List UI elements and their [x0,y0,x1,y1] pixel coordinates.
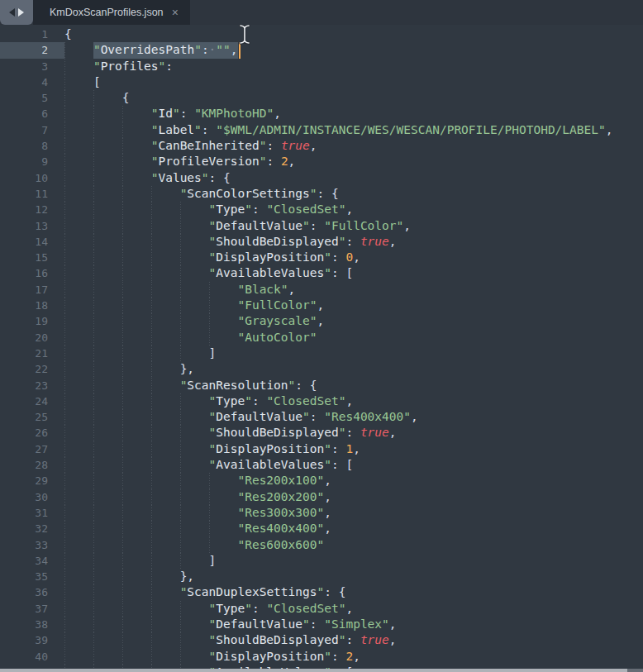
indent-guide [64,649,93,665]
line-number[interactable]: 39 [0,632,64,648]
code-line[interactable]: "Profiles": [64,59,643,74]
line-number[interactable]: 9 [0,154,64,169]
code-line[interactable]: ] [64,346,643,361]
line-number[interactable]: 2 [0,42,64,58]
code-line[interactable]: ] [64,553,643,569]
indent-guide [64,632,93,648]
line-number[interactable]: 30 [0,489,64,505]
nav-forward-icon[interactable] [18,8,24,17]
code-line[interactable]: "Label": "$WML/ADMIN/INSTANCE/WES/WESCAN… [64,122,643,138]
code-line[interactable]: }, [64,569,643,584]
code-line[interactable]: "OverridesPath":·"", [64,42,643,58]
code-row: 39 "ShouldBeDisplayed": true, [0,632,643,648]
line-number[interactable]: 4 [0,74,64,90]
line-number[interactable]: 32 [0,521,64,536]
line-number[interactable]: 21 [0,346,64,361]
line-number[interactable]: 3 [0,59,64,74]
tab-close-icon[interactable]: × [170,5,180,20]
line-number[interactable]: 25 [0,409,64,425]
code-line[interactable]: "DefaultValue": "Simplex", [64,617,643,632]
code-line[interactable]: "DisplayPosition": 2, [64,649,643,665]
line-number[interactable]: 37 [0,601,64,617]
code-line[interactable]: "AutoColor" [64,330,643,346]
indent-guide [93,90,122,106]
horizontal-scrollbar-thumb[interactable] [0,669,627,672]
line-number[interactable]: 11 [0,186,64,202]
indent-guide [151,265,180,281]
line-number[interactable]: 22 [0,361,64,377]
line-number[interactable]: 8 [0,138,64,154]
code-line[interactable]: "Res600x600" [64,537,643,553]
line-number[interactable]: 17 [0,282,64,298]
line-number[interactable]: 34 [0,553,64,569]
line-number[interactable]: 38 [0,617,64,632]
code-line[interactable]: "ScanColorSettings": { [64,186,643,202]
code-line[interactable]: "Type": "ClosedSet", [64,601,643,617]
code-line[interactable]: "ScanDuplexSettings": { [64,584,643,600]
code-line[interactable]: "DisplayPosition": 0, [64,250,643,265]
code-line[interactable]: "Values": { [64,170,643,186]
code-line[interactable]: "DisplayPosition": 1, [64,441,643,457]
indent-guide [209,282,238,298]
line-number[interactable]: 5 [0,90,64,106]
code-line[interactable]: "Black", [64,282,643,298]
code-line[interactable]: "ProfileVersion": 2, [64,154,643,169]
line-number[interactable]: 23 [0,378,64,393]
line-number[interactable]: 10 [0,170,64,186]
code-line[interactable]: "Res200x100", [64,473,643,489]
tab-kmdoxscanprofiles[interactable]: KmDoxScanProfiles.json × [33,0,190,25]
code-line[interactable]: "AvailableValues": [ [64,457,643,473]
nav-back-icon[interactable] [9,8,15,17]
line-number[interactable]: 24 [0,393,64,409]
code-line[interactable]: "Res200x200", [64,489,643,505]
string-value: "Res400x400" [237,522,324,535]
punctuation: : [252,203,260,216]
line-number[interactable]: 16 [0,265,64,281]
indent-guide [122,441,151,457]
code-line[interactable]: { [64,26,643,42]
indent-guide [93,265,122,281]
line-number[interactable]: 15 [0,250,64,265]
code-line[interactable]: "DefaultValue": "Res400x400", [64,409,643,425]
code-line[interactable]: }, [64,361,643,377]
code-line[interactable]: [ [64,74,643,90]
code-line[interactable]: { [64,90,643,106]
code-line[interactable]: "Res300x300", [64,505,643,521]
code-line[interactable]: "Grayscale", [64,313,643,329]
code-line[interactable]: "AvailableValues": [ [64,265,643,281]
boolean-value: true [360,633,389,646]
code-editor[interactable]: 1{2 "OverridesPath":·"",3 "Profiles":4 [… [0,25,643,669]
indent-guide [64,218,93,234]
code-line[interactable]: "ShouldBeDisplayed": true, [64,632,643,648]
line-number[interactable]: 31 [0,505,64,521]
line-number[interactable]: 29 [0,473,64,489]
line-number[interactable]: 13 [0,218,64,234]
line-number[interactable]: 36 [0,584,64,600]
code-line[interactable]: "Type": "ClosedSet", [64,202,643,217]
code-line[interactable]: "Type": "ClosedSet", [64,393,643,409]
line-number[interactable]: 26 [0,425,64,441]
punctuation: , [353,650,360,663]
line-number[interactable]: 27 [0,441,64,457]
line-number[interactable]: 1 [0,26,64,42]
code-line[interactable]: "Res400x400", [64,521,643,536]
line-number[interactable]: 28 [0,457,64,473]
line-number[interactable]: 33 [0,537,64,553]
code-line[interactable]: "FullColor", [64,298,643,313]
indent-guide [180,632,209,648]
line-number[interactable]: 35 [0,569,64,584]
code-line[interactable]: "ShouldBeDisplayed": true, [64,425,643,441]
line-number[interactable]: 18 [0,298,64,313]
line-number[interactable]: 19 [0,313,64,329]
code-line[interactable]: "Id": "KMPhotoHD", [64,106,643,122]
code-line[interactable]: "ScanResolution": { [64,378,643,393]
code-line[interactable]: "DefaultValue": "FullColor", [64,218,643,234]
line-number[interactable]: 6 [0,106,64,122]
line-number[interactable]: 7 [0,122,64,138]
code-line[interactable]: "CanBeInherited": true, [64,138,643,154]
line-number[interactable]: 20 [0,330,64,346]
line-number[interactable]: 12 [0,202,64,217]
line-number[interactable]: 14 [0,234,64,250]
code-line[interactable]: "ShouldBeDisplayed": true, [64,234,643,250]
line-number[interactable]: 40 [0,649,64,665]
